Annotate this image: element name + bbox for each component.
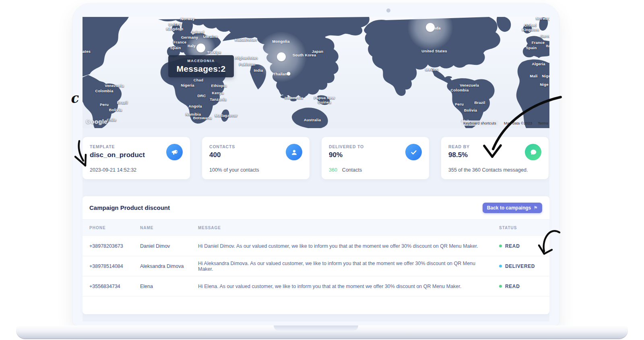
- status-label: READ: [505, 243, 520, 249]
- cell-name: Daniel Dimov: [140, 243, 198, 249]
- status-dot: [499, 265, 502, 267]
- stat-sub-label: 355 of the 360 Contacts messaged.: [448, 167, 528, 173]
- cell-name: Elena: [140, 284, 198, 289]
- cell-name: Aleksandra Dimova: [140, 263, 198, 269]
- stat-subtext: 100% of your contacts: [209, 167, 259, 173]
- handwritten-letter-c: c: [69, 90, 79, 106]
- stat-sub-label: Contacts: [342, 167, 362, 173]
- cell-phone: +38978203673: [89, 243, 140, 249]
- stat-sub-label: 2023-09-21 14:52:32: [90, 167, 136, 173]
- flag-icon: ⚑: [533, 205, 538, 211]
- check-icon: [405, 144, 422, 160]
- table-row: +38978514084 Aleksandra Dimova Hi Aleksa…: [83, 256, 549, 276]
- status-dot: [499, 285, 502, 288]
- stat-sub-label: 100% of your contacts: [209, 167, 259, 173]
- column-phone: PHONE: [89, 226, 140, 230]
- webcam-icon: [386, 8, 390, 12]
- megaphone-icon: [166, 144, 183, 160]
- status-badge: DELIVERED: [499, 263, 549, 269]
- tooltip-messages: Messages:2: [176, 64, 225, 74]
- terms-link[interactable]: Terms: [538, 121, 548, 125]
- tooltip-country: MACEDONIA: [187, 59, 215, 63]
- map-marker-asia[interactable]: [277, 52, 286, 61]
- table-header-row: PHONE NAME MESSAGE STATUS: [83, 220, 549, 236]
- map-marker-macedonia[interactable]: [196, 44, 205, 52]
- campaign-header: Campaign Product discount Back to campai…: [83, 196, 549, 220]
- laptop-screen: atesVenezuelaColombiaBrazilPeruBoliviaCh…: [72, 3, 559, 325]
- status-label: READ: [505, 284, 520, 289]
- cell-message: Hi Daniel Dimov. As our valued customer,…: [198, 243, 499, 249]
- campaign-table-card: Campaign Product discount Back to campai…: [83, 196, 549, 314]
- stat-subtext: 2023-09-21 14:52:32: [90, 167, 136, 173]
- stat-sub-highlight: 360: [329, 167, 337, 173]
- keyboard-shortcuts-link[interactable]: Keyboard shortcuts: [461, 120, 498, 126]
- laptop-base: [16, 325, 628, 339]
- campaign-title: Campaign Product discount: [89, 204, 170, 211]
- cell-message: Hi Aleksandra Dimova. As our valued cust…: [198, 261, 499, 272]
- column-message: MESSAGE: [198, 226, 499, 230]
- laptop-mockup: atesVenezuelaColombiaBrazilPeruBoliviaCh…: [0, 0, 644, 340]
- table-row: +3556834734 Elena Hi Elena. As our value…: [83, 276, 549, 296]
- column-status: STATUS: [499, 226, 549, 230]
- stat-card-delivered: DELIVERED TO 90% 360Contacts: [322, 137, 429, 179]
- column-name: NAME: [140, 226, 198, 230]
- cell-phone: +38978514084: [89, 263, 140, 269]
- back-button-label: Back to campaings: [487, 205, 531, 211]
- world-map[interactable]: atesVenezuelaColombiaBrazilPeruBoliviaCh…: [83, 17, 549, 128]
- dashboard-body: TEMPLATE disc_on_product 2023-09-21 14:5…: [83, 128, 549, 314]
- chat-bubble-icon: [525, 144, 541, 160]
- status-badge: READ: [499, 284, 549, 289]
- map-attribution: Keyboard shortcuts Map data ©2023 Terms: [461, 120, 548, 126]
- map-marker-canada[interactable]: [426, 23, 435, 32]
- table-row: +38978203673 Daniel Dimov Hi Daniel Dimo…: [83, 236, 549, 256]
- stat-card-contacts: CONTACTS 400 100% of your contacts: [202, 137, 310, 179]
- map-landmass: [83, 17, 549, 128]
- stat-card-template: TEMPLATE disc_on_product 2023-09-21 14:5…: [83, 137, 190, 179]
- status-dot: [499, 245, 502, 247]
- cell-message: Hi Elena. As our valued customer, we lik…: [198, 284, 499, 289]
- stat-cards-row: TEMPLATE disc_on_product 2023-09-21 14:5…: [83, 137, 549, 179]
- map-marker-small[interactable]: [287, 72, 291, 76]
- stat-subtext: 355 of the 360 Contacts messaged.: [448, 167, 528, 173]
- stat-subtext: 360Contacts: [329, 167, 362, 173]
- laptop-notch: [274, 325, 358, 331]
- google-logo: Google: [86, 118, 107, 125]
- map-tooltip: MACEDONIA Messages:2: [168, 55, 234, 77]
- map-data-label: Map data ©2023: [504, 121, 532, 125]
- back-to-campaigns-button[interactable]: Back to campaings ⚑: [483, 203, 542, 213]
- status-badge: READ: [499, 243, 549, 249]
- status-label: DELIVERED: [505, 263, 535, 269]
- user-icon: [286, 144, 302, 160]
- stat-card-read: READ BY 98.5% 355 of the 360 Contacts me…: [441, 137, 549, 179]
- dashboard-content: atesVenezuelaColombiaBrazilPeruBoliviaCh…: [83, 17, 549, 321]
- cell-phone: +3556834734: [89, 284, 140, 289]
